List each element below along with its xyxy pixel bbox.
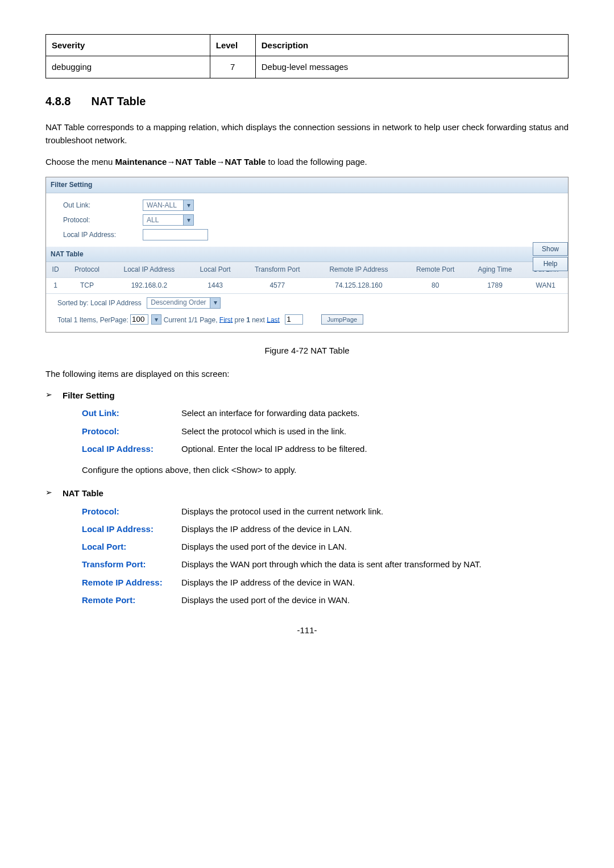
chevron-right-icon: ➢ <box>45 389 63 402</box>
th-aging: Aging Time <box>467 262 524 277</box>
first-link[interactable]: First <box>219 315 233 323</box>
nat-table-bar: NAT Table <box>46 247 568 263</box>
page-number: -111- <box>45 624 569 637</box>
cell-level: 7 <box>210 56 255 78</box>
sort-order-select[interactable]: Descending Order ▾ <box>147 297 221 309</box>
def-nat-transform-port-label: Transform Port: <box>82 558 181 571</box>
bullet-label: Filter Setting <box>63 389 115 402</box>
menu-path: Maintenance→NAT Table→NAT Table <box>115 157 266 167</box>
local-ip-input[interactable] <box>143 229 208 240</box>
cell-description: Debug-level messages <box>255 56 568 78</box>
chevron-right-icon: ➢ <box>45 487 63 500</box>
figure-caption: Figure 4-72 NAT Table <box>45 344 569 357</box>
col-severity: Severity <box>46 35 210 56</box>
local-ip-label: Local IP Address: <box>63 230 143 240</box>
bullet-filter-setting: ➢ Filter Setting <box>45 389 569 402</box>
bullet-label: NAT Table <box>63 487 103 500</box>
def-nat-local-ip-label: Local IP Address: <box>82 522 181 535</box>
section-number: 4.8.8 <box>45 93 88 110</box>
section-title: NAT Table <box>92 95 146 107</box>
out-link-label: Out Link: <box>63 200 143 211</box>
th-remote-ip: Remote IP Address <box>313 262 404 277</box>
col-description: Description <box>255 35 568 56</box>
display-intro: The following items are displayed on thi… <box>45 367 569 380</box>
td-transform-port: 4577 <box>241 278 313 294</box>
def-nat-protocol-label: Protocol: <box>82 505 181 518</box>
td-aging: 1789 <box>467 278 524 294</box>
th-local-port: Local Port <box>189 262 241 277</box>
config-note: Configure the options above, then click … <box>82 463 569 476</box>
def-nat-protocol-desc: Displays the protocol used in the curren… <box>181 505 569 518</box>
bullet-nat-table: ➢ NAT Table <box>45 487 569 500</box>
th-id: ID <box>46 262 65 277</box>
chevron-down-icon[interactable]: ▾ <box>151 314 161 325</box>
per-page-input[interactable] <box>130 314 148 325</box>
protocol-value: ALL <box>143 215 183 226</box>
nat-data-table: ID Protocol Local IP Address Local Port … <box>46 262 568 293</box>
intro-paragraph: NAT Table corresponds to a mapping relat… <box>45 121 569 147</box>
sort-prefix: Sorted by: Local IP Address <box>57 298 142 306</box>
cell-severity: debugging <box>46 56 210 78</box>
menu-prefix: Choose the menu <box>45 157 115 167</box>
td-protocol: TCP <box>65 278 109 294</box>
protocol-select[interactable]: ALL ▾ <box>143 214 194 226</box>
def-nat-transform-port-desc: Displays the WAN port through which the … <box>181 558 569 571</box>
protocol-label: Protocol: <box>63 215 143 226</box>
pager: Total 1 Items, PerPage: ▾ Current 1/1 Pa… <box>46 312 568 325</box>
def-local-ip-label: Local IP Address: <box>82 442 181 455</box>
col-level: Level <box>210 35 255 56</box>
chevron-down-icon: ▾ <box>183 215 193 225</box>
def-protocol-label: Protocol: <box>82 425 181 438</box>
nat-table-screenshot: Filter Setting Out Link: WAN-ALL ▾ Proto… <box>45 177 569 332</box>
chevron-down-icon: ▾ <box>210 298 220 308</box>
last-link[interactable]: Last <box>267 315 280 323</box>
th-transform-port: Transform Port <box>241 262 313 277</box>
sort-order-value: Descending Order <box>147 297 210 308</box>
page-number-current: 1 <box>246 315 250 323</box>
def-protocol-desc: Select the protocol which is used in the… <box>181 425 569 438</box>
td-local-ip: 192.168.0.2 <box>109 278 189 294</box>
jump-page-button[interactable]: JumpPage <box>321 314 364 325</box>
td-remote-ip: 74.125.128.160 <box>313 278 404 294</box>
chevron-down-icon: ▾ <box>183 200 193 210</box>
section-heading: 4.8.8 NAT Table <box>45 93 569 110</box>
def-nat-local-port-label: Local Port: <box>82 540 181 553</box>
td-local-port: 1443 <box>189 278 241 294</box>
severity-table: Severity Level Description debugging 7 D… <box>45 34 569 78</box>
def-out-link-label: Out Link: <box>82 406 181 420</box>
menu-suffix: to load the following page. <box>265 157 367 167</box>
pager-current: Current 1/1 Page, <box>164 315 219 323</box>
page-input[interactable] <box>285 314 303 325</box>
td-out-link: WAN1 <box>523 278 568 294</box>
def-nat-local-port-desc: Displays the used port of the device in … <box>181 540 569 553</box>
def-nat-remote-ip-label: Remote IP Address: <box>82 576 181 589</box>
pager-total: Total 1 Items, PerPage: <box>57 315 128 323</box>
td-remote-port: 80 <box>404 278 467 294</box>
out-link-select[interactable]: WAN-ALL ▾ <box>143 200 194 211</box>
def-nat-remote-ip-desc: Displays the IP address of the device in… <box>181 576 569 589</box>
def-nat-local-ip-desc: Displays the IP address of the device in… <box>181 522 569 535</box>
menu-sentence: Choose the menu Maintenance→NAT Table→NA… <box>45 155 569 168</box>
th-remote-port: Remote Port <box>404 262 467 277</box>
next-text: next <box>250 315 267 323</box>
def-nat-remote-port-desc: Displays the used port of the device in … <box>181 593 569 607</box>
table-row: debugging 7 Debug-level messages <box>46 56 569 78</box>
def-local-ip-desc: Optional. Enter the local IP address to … <box>181 442 569 455</box>
def-out-link-desc: Select an interface for forwarding data … <box>181 406 569 420</box>
help-button[interactable]: Help <box>533 257 568 271</box>
def-nat-remote-port-label: Remote Port: <box>82 593 181 607</box>
show-button[interactable]: Show <box>533 242 568 256</box>
table-row: 1 TCP 192.168.0.2 1443 4577 74.125.128.1… <box>46 278 568 294</box>
filter-setting-bar: Filter Setting <box>46 177 568 193</box>
out-link-value: WAN-ALL <box>143 200 183 211</box>
td-id: 1 <box>46 278 65 294</box>
sort-line: Sorted by: Local IP Address Descending O… <box>46 294 568 312</box>
pre-text: pre <box>233 315 246 323</box>
th-local-ip: Local IP Address <box>109 262 189 277</box>
th-protocol: Protocol <box>65 262 109 277</box>
